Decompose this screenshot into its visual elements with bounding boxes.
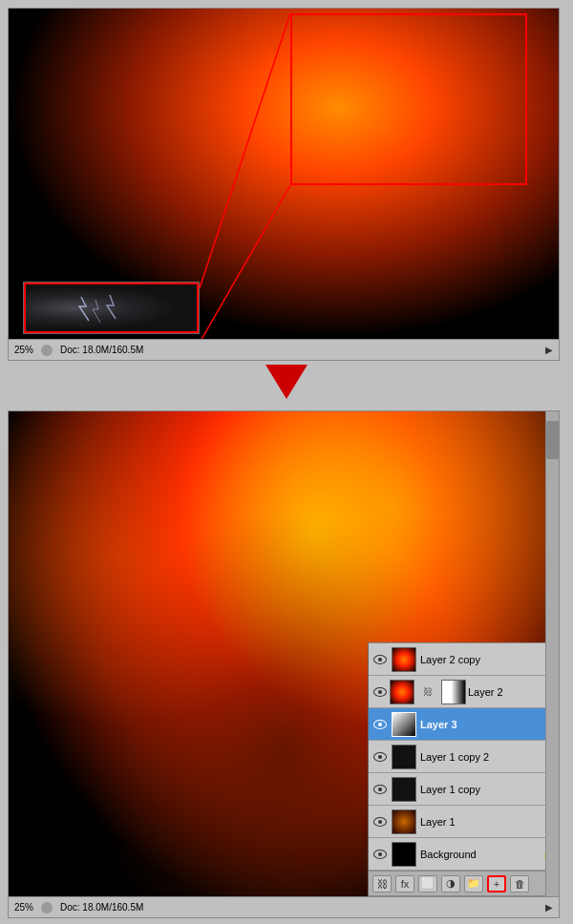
layer-row-layer-1-copy-2[interactable]: Layer 1 copy 2	[369, 741, 558, 773]
layer-row-layer-2-copy[interactable]: Layer 2 copy	[369, 643, 558, 676]
visibility-layer-1-copy[interactable]	[372, 782, 388, 797]
eye-shape	[373, 752, 387, 762]
thumb-layer-2-mask	[441, 680, 466, 704]
layer-name-layer-3: Layer 3	[420, 719, 554, 730]
layer-row-layer-3[interactable]: Layer 3	[369, 708, 558, 741]
fx-button[interactable]: fx	[395, 875, 414, 892]
thumb-content	[393, 746, 415, 768]
thumb-layer-1	[392, 809, 416, 834]
eye-pupil	[378, 852, 382, 856]
visibility-layer-2[interactable]	[372, 684, 388, 700]
layer-name-layer-1-copy: Layer 1 copy	[420, 784, 554, 795]
doc-info-bottom: Doc: 18.0M/160.5M	[60, 902, 143, 913]
status-bar-top: 25% Doc: 18.0M/160.5M ▶	[9, 339, 559, 360]
eye-pupil	[378, 820, 382, 824]
status-icon-bottom	[41, 902, 53, 914]
scrollbar-thumb[interactable]	[546, 421, 559, 459]
arrow-shape	[265, 365, 308, 399]
visibility-background[interactable]	[372, 847, 388, 862]
top-ps-window: 25% Doc: 18.0M/160.5M ▶	[8, 8, 560, 361]
eye-pupil	[378, 723, 382, 726]
thumb-content	[393, 778, 415, 801]
thumb-content	[393, 648, 415, 671]
layers-list: Layer 2 copy ⛓ Layer 2	[369, 643, 558, 871]
eye-shape	[373, 817, 387, 827]
selection-rect-1	[290, 13, 527, 185]
eye-pupil	[378, 755, 382, 759]
thumb-content	[393, 843, 415, 866]
arrow-btn-top[interactable]: ▶	[545, 345, 553, 355]
double-thumb-layer-2: ⛓	[390, 680, 466, 704]
layers-scrollbar[interactable]	[545, 411, 559, 896]
thumb-content	[393, 713, 415, 736]
inset-preview	[23, 282, 200, 334]
visibility-layer-2-copy[interactable]	[372, 652, 388, 667]
thumb-layer-2-copy	[392, 647, 416, 672]
status-bar-bottom: 25% Doc: 18.0M/160.5M ▶	[9, 896, 559, 917]
eye-shape	[373, 785, 387, 794]
eye-shape	[373, 850, 387, 859]
eye-pupil	[378, 690, 382, 694]
layer-row-layer-1[interactable]: Layer 1	[369, 806, 558, 838]
eye-pupil	[378, 788, 382, 791]
visibility-layer-1[interactable]	[372, 814, 388, 830]
visibility-layer-3[interactable]	[372, 717, 388, 732]
layer-name-layer-2-copy: Layer 2 copy	[420, 654, 554, 665]
layer-row-layer-1-copy[interactable]: Layer 1 copy	[369, 773, 558, 806]
layer-row-layer-2[interactable]: ⛓ Layer 2	[369, 676, 558, 708]
layer-name-layer-1-copy-2: Layer 1 copy 2	[420, 751, 554, 763]
thumb-content	[391, 681, 414, 704]
chain-icon: ⛓	[415, 680, 440, 704]
thumb-content	[393, 810, 415, 833]
doc-info-top: Doc: 18.0M/160.5M	[60, 345, 143, 355]
zoom-level-bottom: 25%	[14, 902, 33, 913]
arrow-btn-bottom[interactable]: ▶	[545, 902, 553, 913]
zoom-level-top: 25%	[14, 345, 33, 355]
inset-border	[24, 283, 199, 333]
eye-shape	[373, 655, 387, 664]
status-icon-top	[41, 345, 53, 356]
thumb-layer-1-copy-2	[392, 745, 416, 769]
layers-toolbar: ⛓ fx ⬜ ◑ 📁 + 🗑	[369, 871, 558, 895]
bottom-ps-window: Layer 2 copy ⛓ Layer 2	[8, 410, 560, 918]
new-group-button[interactable]: 📁	[464, 875, 483, 892]
new-layer-button[interactable]: +	[487, 875, 506, 892]
eye-pupil	[378, 658, 382, 662]
layer-name-layer-2: Layer 2	[468, 686, 554, 698]
thumb-layer-2-main	[390, 680, 414, 704]
adjustment-button[interactable]: ◑	[441, 875, 460, 892]
down-arrow	[265, 365, 308, 399]
layers-panel: Layer 2 copy ⛓ Layer 2	[368, 642, 559, 896]
link-layers-button[interactable]: ⛓	[372, 875, 392, 892]
layer-name-layer-1: Layer 1	[420, 816, 554, 828]
layer-row-background[interactable]: Background 🔒	[369, 838, 558, 871]
mask-content	[442, 681, 465, 704]
delete-layer-button[interactable]: 🗑	[510, 875, 529, 892]
visibility-layer-1-copy-2[interactable]	[372, 749, 388, 765]
thumb-layer-1-copy	[392, 777, 416, 802]
mask-button[interactable]: ⬜	[418, 875, 437, 892]
eye-shape	[373, 720, 387, 729]
eye-shape	[373, 687, 387, 697]
thumb-layer-3	[392, 712, 416, 737]
top-canvas	[9, 9, 559, 339]
layer-name-background: Background	[420, 849, 539, 860]
thumb-background	[392, 842, 416, 867]
